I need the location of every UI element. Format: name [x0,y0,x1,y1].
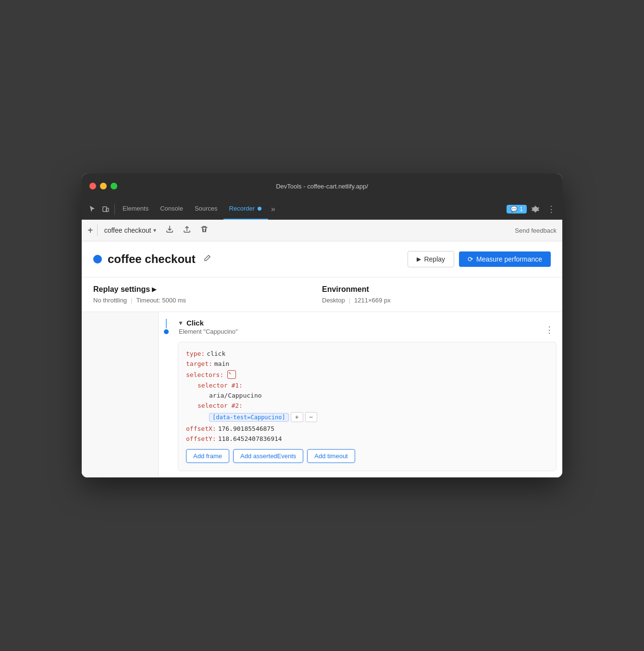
chat-icon: 💬 [510,206,518,213]
close-traffic-light[interactable] [89,183,96,189]
tab-separator-1 [114,203,115,215]
header-actions: ▶ Replay ⟳ Measure performance [408,251,551,267]
more-tabs-button[interactable]: » [268,203,278,215]
svg-point-2 [258,207,261,211]
selector-remove-button[interactable]: − [305,412,318,422]
edit-recording-title-button[interactable] [201,252,213,266]
step-type-row: ▼ Click [178,319,538,327]
code-selector2-line: selector #2: [186,402,548,409]
main-content: coffee checkout ▶ Replay ⟳ Measure perfo… [82,241,562,477]
export-button[interactable] [163,224,176,237]
step-action-buttons: Add frame Add assertedEvents Add timeout [186,449,548,463]
selector-add-button[interactable]: + [291,412,303,422]
code-selectors-line: selectors: [186,370,548,379]
toolbar-separator [97,225,98,236]
devtools-more-icon[interactable]: ⋮ [544,203,558,215]
import-button[interactable] [180,224,194,237]
recording-selector[interactable]: coffee checkout ▾ [101,225,159,236]
step-dot [164,329,169,334]
settings-details: No throttling | Timeout: 5000 ms [93,297,322,304]
send-feedback-button[interactable]: Send feedback [515,227,557,234]
code-selector2-val-line: [data-test=Cappucino] + − [186,412,548,422]
code-target-line: target: main [186,360,548,367]
environment-title: Environment [322,285,551,294]
code-type-line: type: click [186,350,548,357]
step-element-label: Element "Cappucino" [178,328,538,335]
settings-icon[interactable] [529,203,542,215]
recorder-toolbar: + coffee checkout ▾ Send feedback [82,220,562,241]
code-offsetx-line: offsetX: 176.90185546875 [186,425,548,432]
environment-section: Environment Desktop | 1211×669 px [322,285,551,304]
env-separator: | [349,297,350,304]
step-connector-line [166,319,167,328]
add-frame-button[interactable]: Add frame [186,449,229,463]
measure-performance-button[interactable]: ⟳ Measure performance [459,251,551,267]
delete-button[interactable] [198,224,211,237]
selector-pill[interactable]: [data-test=Cappucino] [209,413,289,422]
devtools-window: DevTools - coffee-cart.netlify.app/ Elem… [82,174,562,477]
chevron-right-icon: ▶ [152,286,156,293]
maximize-traffic-light[interactable] [111,183,117,189]
step-thumbnail [82,312,159,477]
devtools-tabs-right: 💬 1 ⋮ [507,203,558,215]
add-asserted-events-button[interactable]: Add assertedEvents [233,449,303,463]
tab-recorder[interactable]: Recorder [223,199,268,220]
code-selector1-line: selector #1: [186,382,548,389]
selector-cursor-icon[interactable] [227,370,236,379]
devtools-tabbar: Elements Console Sources Recorder » 💬 1 … [82,199,562,220]
step-content: ▼ Click Element "Cappucino" ⋮ type: clic… [159,312,562,477]
replay-settings-title[interactable]: Replay settings ▶ [93,285,322,294]
play-icon: ▶ [417,256,421,263]
recording-header: coffee checkout ▶ Replay ⟳ Measure perfo… [82,241,562,277]
window-title: DevTools - coffee-cart.netlify.app/ [276,183,368,190]
code-offsety-line: offsetY: 118.6452407836914 [186,435,548,442]
add-timeout-button[interactable]: Add timeout [307,449,355,463]
measure-icon: ⟳ [468,255,473,263]
step-expand-icon[interactable]: ▼ [178,320,184,326]
device-mode-icon[interactable] [99,203,112,215]
minimize-traffic-light[interactable] [100,183,107,189]
step-line-indicator [159,319,174,334]
tab-sources[interactable]: Sources [189,199,223,220]
titlebar: DevTools - coffee-cart.netlify.app/ [82,174,562,199]
chat-badge-button[interactable]: 💬 1 [507,205,527,213]
step-click-item: ▼ Click Element "Cappucino" ⋮ type: clic… [82,312,562,477]
replay-settings-section: Replay settings ▶ No throttling | Timeou… [93,285,322,304]
svg-rect-1 [106,208,109,212]
environment-details: Desktop | 1211×669 px [322,297,551,304]
code-selector1-val-line: aria/Cappucino [186,392,548,399]
replay-button[interactable]: ▶ Replay [408,251,454,267]
settings-separator: | [131,297,132,304]
chevron-down-icon: ▾ [153,227,156,234]
step-header: ▼ Click Element "Cappucino" ⋮ [159,312,562,338]
step-more-button[interactable]: ⋮ [542,324,557,336]
settings-bar: Replay settings ▶ No throttling | Timeou… [82,277,562,312]
recording-status-dot [93,255,102,263]
steps-container: ▼ Click Element "Cappucino" ⋮ type: clic… [82,312,562,477]
cursor-tool-icon[interactable] [86,203,99,215]
add-recording-button[interactable]: + [87,225,93,235]
recording-title: coffee checkout [108,252,196,266]
step-label-area: ▼ Click Element "Cappucino" [178,319,538,335]
tab-console[interactable]: Console [154,199,189,220]
code-panel: type: click target: main selectors: s [178,342,557,471]
traffic-lights [89,183,117,189]
step-type-label: Click [186,319,204,327]
tab-elements[interactable]: Elements [117,199,154,220]
